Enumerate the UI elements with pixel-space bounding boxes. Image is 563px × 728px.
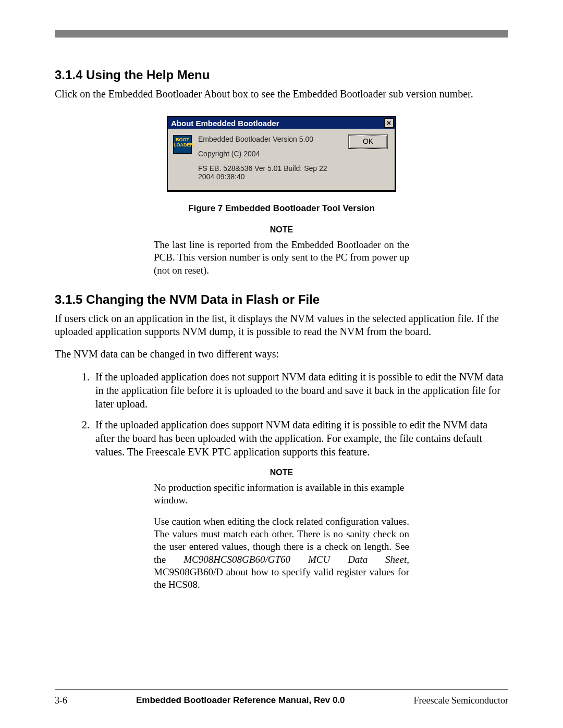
note-2: NOTE No production specific information …	[154, 468, 409, 591]
about-dialog: About Embedded Bootloader × BOOT LOADER …	[167, 116, 396, 192]
note-2-body-1: No production specific information is av…	[154, 482, 409, 507]
dialog-body: BOOT LOADER Embedded Bootloader Version …	[168, 129, 395, 190]
note-2-italic: MC908HCS08GB60/GT60 MCU Data Sheet	[183, 554, 407, 565]
footer-page-number: 3-6	[55, 695, 67, 706]
list-3-1-5: If the uploaded application does not sup…	[55, 370, 508, 459]
dialog-text: Embedded Bootloader Version 5.00 Copyrig…	[198, 135, 342, 181]
page: 3.1.4 Using the Help Menu Click on the E…	[0, 0, 563, 728]
header-rule	[55, 30, 508, 38]
list-item-2: If the uploaded application does support…	[92, 418, 508, 459]
dialog-title: About Embedded Bootloader	[171, 119, 279, 128]
para-3-1-4: Click on the Embedded Bootloader About b…	[55, 88, 508, 101]
footer-rule	[55, 689, 508, 690]
close-icon[interactable]: ×	[384, 118, 394, 128]
note-1: NOTE The last line is reported from the …	[154, 225, 409, 277]
dialog-line-build: FS EB. 528&536 Ver 5.01 Build: Sep 22 20…	[198, 164, 342, 181]
footer-row: 3-6 Embedded Bootloader Reference Manual…	[55, 695, 508, 706]
list-item-1: If the uploaded application does not sup…	[92, 370, 508, 411]
note-1-label: NOTE	[154, 225, 409, 235]
dialog-line-copyright: Copyright (C) 2004	[198, 150, 342, 158]
dialog-line-version: Embedded Bootloader Version 5.00	[198, 135, 342, 143]
note-1-body: The last line is reported from the Embed…	[154, 239, 409, 277]
footer-title: Embedded Bootloader Reference Manual, Re…	[136, 695, 345, 706]
note-2-body-2: Use caution when editing the clock relat…	[154, 515, 409, 591]
figure-7: About Embedded Bootloader × BOOT LOADER …	[167, 116, 396, 214]
heading-3-1-5: 3.1.5 Changing the NVM Data in Flash or …	[55, 292, 508, 307]
page-footer: 3-6 Embedded Bootloader Reference Manual…	[55, 689, 508, 706]
bootloader-icon: BOOT LOADER	[173, 135, 192, 154]
heading-3-1-4: 3.1.4 Using the Help Menu	[55, 68, 508, 82]
footer-vendor: Freescale Semiconductor	[414, 695, 508, 706]
note-2-label: NOTE	[154, 468, 409, 477]
figure-7-caption: Figure 7 Embedded Bootloader Tool Versio…	[167, 203, 396, 214]
para-3-1-5a: If users click on an application in the …	[55, 312, 508, 338]
para-3-1-5b: The NVM data can be changed in two diffe…	[55, 348, 508, 361]
dialog-titlebar: About Embedded Bootloader ×	[168, 117, 395, 129]
ok-button[interactable]: OK	[349, 135, 387, 149]
